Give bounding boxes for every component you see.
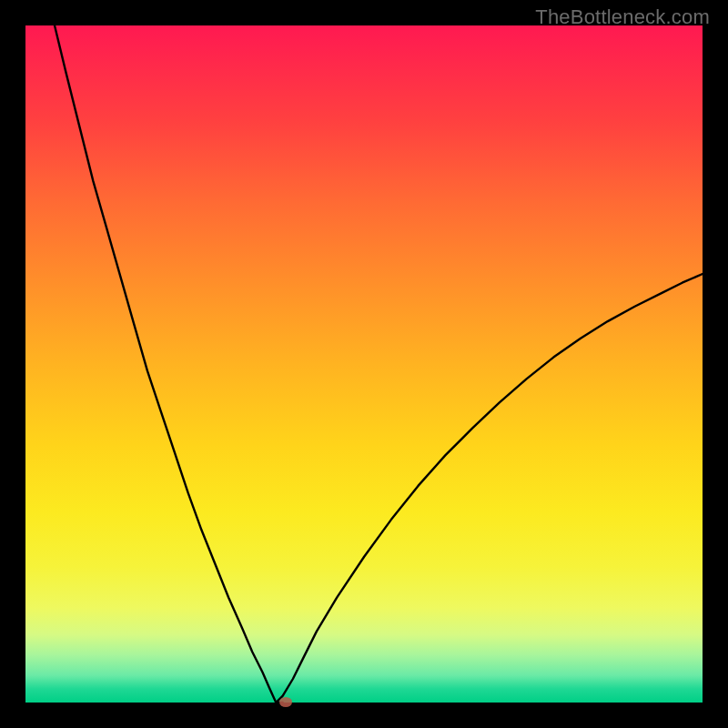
notch-marker	[279, 697, 292, 707]
bottleneck-curve	[25, 25, 703, 703]
watermark-text: TheBottleneck.com	[535, 5, 710, 29]
chart-frame: TheBottleneck.com	[0, 0, 728, 728]
plot-area	[25, 25, 703, 703]
